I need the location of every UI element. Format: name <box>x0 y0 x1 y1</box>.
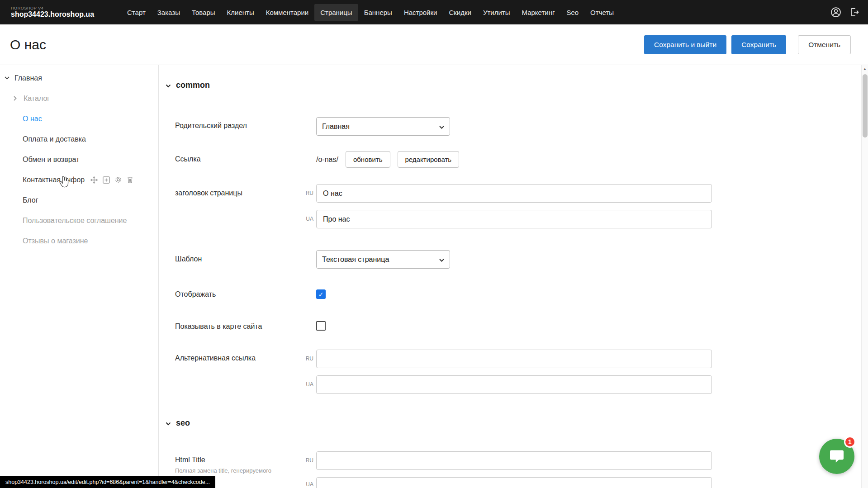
section-title: common <box>176 81 210 90</box>
sidebar-item-label: Главная <box>14 74 42 82</box>
scrollbar-up-arrow[interactable]: ▲ <box>862 67 868 71</box>
lang-badge-ru: RU <box>298 190 313 196</box>
display-checkbox[interactable]: ✓ <box>316 289 326 299</box>
lang-badge-ru: RU <box>298 355 313 362</box>
page-header: О нас Сохранить и выйти Сохранить Отмени… <box>0 24 868 65</box>
lang-badge-ua: UA <box>298 216 313 222</box>
html-title-label: Html Title <box>175 455 205 464</box>
page-title: О нас <box>10 37 46 52</box>
select-value: Текстовая страница <box>322 256 389 264</box>
nav-item-discounts[interactable]: Скидки <box>443 4 477 21</box>
pages-tree-sidebar: Главная Каталог О нас Оплата и доставка … <box>0 65 159 488</box>
alt-link-label: Альтернативная ссылка <box>175 354 256 363</box>
sidebar-item-blog[interactable]: Блог <box>0 190 158 210</box>
section-title: seo <box>176 418 190 428</box>
chat-bubble-icon <box>829 448 845 464</box>
move-icon[interactable] <box>90 176 98 184</box>
chevron-down-icon <box>439 256 444 264</box>
cancel-button[interactable]: Отменить <box>798 35 851 54</box>
page-title-ua-input[interactable] <box>316 210 712 228</box>
link-update-button[interactable]: обновить <box>346 151 390 168</box>
save-button[interactable]: Сохранить <box>731 35 786 54</box>
nav-item-pages[interactable]: Страницы <box>314 4 358 21</box>
sidebar-item-otzyvy[interactable]: Отзывы о магазине <box>0 231 158 251</box>
check-icon: ✓ <box>318 291 324 298</box>
sidebar-item-label: Контактная инфор <box>23 176 85 184</box>
link-row: /o-nas/ обновить редактировать <box>316 151 459 168</box>
cursor-hand <box>57 175 70 189</box>
parent-section-label: Родительский раздел <box>175 121 247 130</box>
sidebar-item-oplata[interactable]: Оплата и доставка <box>0 129 158 149</box>
sidebar-item-label: Пользовательское соглашение <box>23 217 127 225</box>
sidebar-item-label: Обмен и возврат <box>23 156 79 164</box>
workspace: Главная Каталог О нас Оплата и доставка … <box>0 65 868 488</box>
html-title-hint: Полная замена title, генерируемого <box>175 467 271 474</box>
sidebar-item-obmen[interactable]: Обмен и возврат <box>0 149 158 170</box>
page-title-label: заголовок страницы <box>175 189 242 198</box>
chevron-right-icon <box>14 96 20 101</box>
delete-trash-icon[interactable] <box>127 176 133 184</box>
sidebar-item-glavnaya[interactable]: Главная <box>0 68 158 88</box>
template-label: Шаблон <box>175 255 202 264</box>
sidebar-item-label: Оплата и доставка <box>23 135 86 143</box>
lang-badge-ua: UA <box>298 481 313 488</box>
brand-logo[interactable]: HOROSHOP V4 shop34423.horoshop.ua <box>11 6 94 19</box>
nav-item-banners[interactable]: Баннеры <box>358 4 398 21</box>
section-common[interactable]: common <box>166 81 210 90</box>
html-title-ru-input[interactable] <box>316 451 712 470</box>
nav-item-seo[interactable]: Seo <box>560 4 584 21</box>
chat-widget-button[interactable]: 1 <box>819 439 854 474</box>
topbar: HOROSHOP V4 shop34423.horoshop.ua Старт … <box>0 0 868 24</box>
sidebar-item-kontaktnaya[interactable]: Контактная инфор <box>0 170 158 190</box>
link-path: /o-nas/ <box>316 156 338 164</box>
page-title-ru-input[interactable] <box>316 184 712 203</box>
settings-gear-icon[interactable] <box>114 176 122 184</box>
main-nav: Старт Заказы Товары Клиенты Комментарии … <box>121 4 620 21</box>
template-select[interactable]: Текстовая страница <box>316 250 450 269</box>
nav-item-marketing[interactable]: Маркетинг <box>516 4 560 21</box>
chevron-down-icon <box>166 418 171 428</box>
chevron-down-icon <box>439 123 444 131</box>
nav-item-comments[interactable]: Комментарии <box>260 4 314 21</box>
logout-icon[interactable] <box>849 7 860 18</box>
chevron-down-icon <box>5 76 11 80</box>
nav-item-reports[interactable]: Отчеты <box>584 4 620 21</box>
add-page-icon[interactable] <box>103 176 110 184</box>
html-title-ua-input[interactable] <box>316 477 712 488</box>
scrollbar-thumb[interactable] <box>863 74 868 137</box>
nav-item-clients[interactable]: Клиенты <box>221 4 260 21</box>
chevron-down-icon <box>166 81 171 90</box>
brand-version: HOROSHOP V4 <box>11 6 94 10</box>
sitemap-checkbox[interactable] <box>316 321 326 331</box>
page-edit-form: common Родительский раздел Главная Ссылк… <box>159 65 868 488</box>
sitemap-label: Показывать в карте сайта <box>175 322 262 331</box>
sidebar-item-o-nas[interactable]: О нас <box>0 109 158 129</box>
lang-badge-ua: UA <box>298 381 313 388</box>
select-value: Главная <box>322 123 350 131</box>
nav-item-utilities[interactable]: Утилиты <box>477 4 516 21</box>
link-edit-button[interactable]: редактировать <box>398 151 460 168</box>
scrollbar[interactable]: ▲ <box>861 65 868 488</box>
nav-item-settings[interactable]: Настройки <box>398 4 443 21</box>
brand-domain: shop34423.horoshop.ua <box>11 10 94 19</box>
nav-item-orders[interactable]: Заказы <box>152 4 186 21</box>
display-label: Отображать <box>175 290 216 299</box>
sidebar-item-soglashenie[interactable]: Пользовательское соглашение <box>0 210 158 231</box>
parent-section-select[interactable]: Главная <box>316 117 450 136</box>
sidebar-item-label: Отзывы о магазине <box>23 237 88 245</box>
save-and-exit-button[interactable]: Сохранить и выйти <box>644 35 726 54</box>
section-seo[interactable]: seo <box>166 418 190 428</box>
sidebar-item-katalog[interactable]: Каталог <box>0 88 158 109</box>
nav-item-start[interactable]: Старт <box>121 4 152 21</box>
nav-item-products[interactable]: Товары <box>186 4 221 21</box>
account-icon[interactable] <box>830 6 842 18</box>
sidebar-item-label: О нас <box>23 115 42 123</box>
alt-link-ua-input[interactable] <box>316 375 712 394</box>
sidebar-item-label: Каталог <box>24 95 50 103</box>
sidebar-item-label: Блог <box>23 196 38 204</box>
link-label: Ссылка <box>175 155 201 164</box>
lang-badge-ru: RU <box>298 457 313 464</box>
tree-item-actions <box>90 176 133 184</box>
alt-link-ru-input[interactable] <box>316 350 712 368</box>
chat-unread-badge: 1 <box>844 436 856 448</box>
